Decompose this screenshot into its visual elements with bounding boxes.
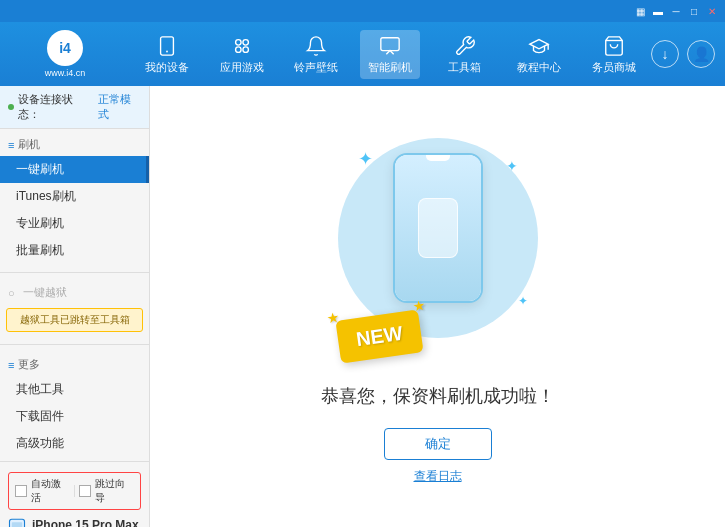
nav-items: 我的设备 应用游戏 铃声壁纸 智能刷机 工具箱 (130, 30, 651, 79)
svg-rect-6 (381, 37, 399, 50)
top-bar: ▦ ▬ ─ □ ✕ (0, 0, 725, 22)
minimize-button[interactable]: ─ (669, 4, 683, 18)
download-button[interactable]: ↓ (651, 40, 679, 68)
close-button[interactable]: ✕ (705, 4, 719, 18)
sidebar-item-batch[interactable]: 批量刷机 (0, 237, 149, 264)
status-label: 设备连接状态： (18, 92, 94, 122)
sidebar-section-flash: ≡ 刷机 一键刷机 iTunes刷机 专业刷机 批量刷机 (0, 129, 149, 268)
nav-apps-icon (230, 34, 254, 58)
phone-screen (395, 155, 481, 301)
jailbreak-warning: 越狱工具已跳转至工具箱 (6, 308, 143, 332)
nav-tutorial-icon (527, 34, 551, 58)
header: i4 www.i4.cn 我的设备 应用游戏 铃声壁纸 (0, 22, 725, 86)
content-area: ✦ ✦ ✦ ★ NEW ★ 恭喜您，保资料刷机成功啦！ 确定 查看日志 (150, 86, 725, 527)
nav-my-device[interactable]: 我的设备 (137, 30, 197, 79)
sidebar-item-one-click[interactable]: 一键刷机 (0, 156, 149, 183)
device-info: iPhone 15 Pro Max 512GB iPhone (8, 514, 141, 527)
device-details: iPhone 15 Pro Max 512GB iPhone (32, 518, 139, 527)
wifi-icon: ▦ (633, 4, 647, 18)
log-link[interactable]: 查看日志 (414, 468, 462, 485)
nav-service[interactable]: 务员商城 (584, 30, 644, 79)
sidebar-item-itunes[interactable]: iTunes刷机 (0, 183, 149, 210)
other-tools-label: 其他工具 (16, 381, 64, 398)
itunes-label: iTunes刷机 (16, 188, 76, 205)
batch-label: 批量刷机 (16, 242, 64, 259)
sparkle-1: ✦ (358, 148, 373, 170)
logo-subtext: www.i4.cn (45, 68, 86, 78)
confirm-button[interactable]: 确定 (384, 428, 492, 460)
phone-notch (426, 155, 450, 161)
logo-area: i4 www.i4.cn (0, 30, 130, 78)
auto-activate-label: 自动激活 (31, 477, 70, 505)
nav-my-device-label: 我的设备 (145, 60, 189, 75)
pro-label: 专业刷机 (16, 215, 64, 232)
phone-content (418, 198, 458, 258)
guide-activate-label: 跳过向导 (95, 477, 134, 505)
sparkle-2: ✦ (506, 158, 518, 174)
divider-1 (0, 272, 149, 273)
nav-ringtone-label: 铃声壁纸 (294, 60, 338, 75)
user-button[interactable]: 👤 (687, 40, 715, 68)
logo-text: i4 (59, 40, 71, 56)
nav-smart-icon (378, 34, 402, 58)
nav-phone-icon (155, 34, 179, 58)
device-name: iPhone 15 Pro Max (32, 518, 139, 527)
warning-text: 越狱工具已跳转至工具箱 (20, 314, 130, 325)
one-click-label: 一键刷机 (16, 161, 64, 178)
section-flash-label: 刷机 (18, 137, 40, 152)
jailbreak-label: 一键越狱 (23, 285, 67, 300)
nav-ringtone[interactable]: 铃声壁纸 (286, 30, 346, 79)
nav-tutorial-label: 教程中心 (517, 60, 561, 75)
logo-circle: i4 (47, 30, 83, 66)
guide-activate-checkbox[interactable] (79, 485, 91, 497)
sidebar-item-firmware[interactable]: 下载固件 (0, 403, 149, 430)
sidebar-section-flash-header: ≡ 刷机 (0, 133, 149, 156)
divider-2 (0, 344, 149, 345)
sidebar-status: 设备连接状态： 正常模式 (0, 86, 149, 129)
nav-tool-icon (453, 34, 477, 58)
main-area: 设备连接状态： 正常模式 ≡ 刷机 一键刷机 iTunes刷机 专业刷机 批量刷… (0, 86, 725, 527)
status-dot (8, 104, 14, 110)
nav-smart-flash[interactable]: 智能刷机 (360, 30, 420, 79)
sidebar-section-jailbreak: ○ 一键越狱 越狱工具已跳转至工具箱 (0, 277, 149, 340)
sidebar: 设备连接状态： 正常模式 ≡ 刷机 一键刷机 iTunes刷机 专业刷机 批量刷… (0, 86, 150, 527)
sidebar-jailbreak-header: ○ 一键越狱 (0, 281, 149, 304)
auto-activate-row: 自动激活 跳过向导 (8, 472, 141, 510)
phone-mockup (393, 153, 483, 303)
firmware-label: 下载固件 (16, 408, 64, 425)
svg-point-2 (235, 39, 241, 45)
svg-point-1 (166, 50, 168, 52)
illustration-container: ✦ ✦ ✦ ★ NEW ★ (318, 128, 558, 368)
nav-toolbox[interactable]: 工具箱 (435, 30, 495, 79)
sidebar-more-header: ≡ 更多 (0, 353, 149, 376)
svg-point-4 (235, 46, 241, 51)
sidebar-item-pro[interactable]: 专业刷机 (0, 210, 149, 237)
auto-activate-checkbox[interactable] (15, 485, 27, 497)
nav-tutorial[interactable]: 教程中心 (509, 30, 569, 79)
svg-point-3 (243, 39, 249, 45)
battery-icon: ▬ (651, 4, 665, 18)
sidebar-bottom: 自动激活 跳过向导 iPhone 15 Pro M (0, 461, 149, 527)
advanced-label: 高级功能 (16, 435, 64, 452)
new-ribbon: ★ NEW ★ (335, 309, 423, 363)
device-phone-icon (8, 518, 26, 527)
nav-ring-icon (304, 34, 328, 58)
sidebar-item-other-tools[interactable]: 其他工具 (0, 376, 149, 403)
header-right: ↓ 👤 (651, 40, 725, 68)
svg-rect-9 (12, 522, 23, 527)
nav-service-label: 务员商城 (592, 60, 636, 75)
nav-service-icon (602, 34, 626, 58)
sidebar-item-advanced[interactable]: 高级功能 (0, 430, 149, 457)
nav-toolbox-label: 工具箱 (448, 60, 481, 75)
nav-smart-label: 智能刷机 (368, 60, 412, 75)
device-section: 自动激活 跳过向导 iPhone 15 Pro M (0, 462, 149, 527)
status-mode: 正常模式 (98, 92, 141, 122)
svg-point-5 (243, 46, 249, 51)
new-badge-text: NEW (354, 322, 403, 350)
sparkle-3: ✦ (518, 294, 528, 308)
maximize-button[interactable]: □ (687, 4, 701, 18)
nav-apps[interactable]: 应用游戏 (212, 30, 272, 79)
more-label: 更多 (18, 357, 40, 372)
success-message: 恭喜您，保资料刷机成功啦！ (321, 384, 555, 408)
sidebar-section-more: ≡ 更多 其他工具 下载固件 高级功能 (0, 349, 149, 461)
